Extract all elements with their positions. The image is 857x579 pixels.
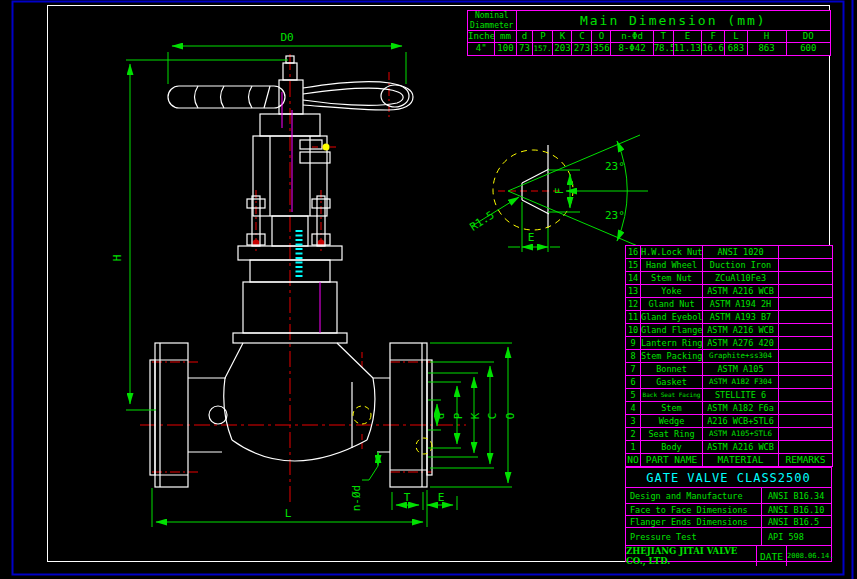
dim-value-cell: 203 bbox=[553, 43, 572, 56]
dim-label-d: d bbox=[434, 413, 447, 420]
gland-bolts bbox=[247, 196, 330, 246]
company-name: ZHEJIANG JITAI VALVE CO., LTD. bbox=[626, 546, 756, 566]
part-name: Stem Nut bbox=[641, 272, 703, 285]
part-name: Stem Packing bbox=[641, 350, 703, 363]
dim-value-cell: 73 bbox=[516, 43, 533, 56]
dim-col-header: DO bbox=[786, 31, 830, 43]
part-name: Yoke bbox=[641, 285, 703, 298]
date-value: 2008.06.14. bbox=[786, 546, 833, 566]
parts-row: 4StemASTM A182 F6a bbox=[626, 402, 833, 415]
parts-row: 11Gland EyeboltASTM A193 B7 bbox=[626, 311, 833, 324]
part-name: Body bbox=[641, 441, 703, 454]
parts-row: 9Lantern RingASTM A276 420 bbox=[626, 337, 833, 350]
seat-detail-lines bbox=[522, 145, 549, 228]
parts-row: 10Gland FlangeASTM A216 WCB bbox=[626, 324, 833, 337]
dimensions bbox=[126, 46, 648, 527]
part-no: 14 bbox=[626, 272, 641, 285]
part-name: Stem bbox=[641, 402, 703, 415]
dim-label-p: P bbox=[452, 412, 465, 419]
parts-header-row: NOPART NAMEMATERIALREMARKS bbox=[626, 454, 833, 467]
dim-label-l: L bbox=[285, 507, 292, 520]
part-remarks bbox=[779, 441, 833, 454]
part-name: Hand Wheel bbox=[641, 259, 703, 272]
parts-row: 5Back Seat FacingSTELLITE 6 bbox=[626, 389, 833, 402]
part-name: Gland Nut bbox=[641, 298, 703, 311]
part-no: 7 bbox=[626, 363, 641, 376]
part-no: 8 bbox=[626, 350, 641, 363]
dim-value-cell: 100 bbox=[495, 43, 516, 56]
part-remarks bbox=[779, 285, 833, 298]
dim-value-cell: 356 bbox=[592, 43, 611, 56]
part-remarks-header: REMARKS bbox=[779, 454, 833, 467]
part-material: Graphite+ss304 bbox=[703, 350, 779, 363]
part-no: 12 bbox=[626, 298, 641, 311]
main-dimension-table: Nominal Diammeter Main Dimension (mm) In… bbox=[467, 10, 831, 56]
spec-row: Flanger Ends DimensionsANSI B16.5 bbox=[626, 516, 831, 528]
date-label: DATE bbox=[756, 546, 786, 566]
spec-value: ANSI B16.5 bbox=[761, 516, 831, 527]
spec-row: Face to Face DimensionsANSI B16.10 bbox=[626, 504, 831, 516]
part-no: 4 bbox=[626, 402, 641, 415]
parts-row: 14Stem NutZCuAl10Fe3 bbox=[626, 272, 833, 285]
part-no: 15 bbox=[626, 259, 641, 272]
part-name: Back Seat Facing bbox=[641, 389, 703, 402]
parts-table-body: 16H.W.Lock NutANSI 102015Hand WheelDucti… bbox=[626, 246, 833, 467]
dim-value-cell: 78.5 bbox=[653, 43, 673, 56]
dim-label-e: E bbox=[438, 491, 445, 504]
spec-value: ANSI B16.10 bbox=[761, 504, 831, 515]
part-remarks bbox=[779, 428, 833, 441]
part-material: ASTM A182 F304 bbox=[703, 376, 779, 389]
part-material: STELLITE 6 bbox=[703, 389, 779, 402]
part-no-header: NO bbox=[626, 454, 641, 467]
parts-row: 1BodyASTM A216 WCB bbox=[626, 441, 833, 454]
dim-value-cell: 157.18 bbox=[533, 43, 553, 56]
dim-label-angle-top: 23° bbox=[605, 160, 625, 173]
part-name: Gland Eyebolt bbox=[641, 311, 703, 324]
part-no: 3 bbox=[626, 415, 641, 428]
dim-col-header: mm bbox=[495, 31, 516, 43]
dim-label-k: K bbox=[469, 412, 482, 419]
part-material: ASTM A105+STL6 bbox=[703, 428, 779, 441]
parts-row: 8Stem PackingGraphite+ss304 bbox=[626, 350, 833, 363]
part-material: ASTM A276 420 bbox=[703, 337, 779, 350]
parts-row: 15Hand WheelDuction Iron bbox=[626, 259, 833, 272]
dim-label-o: O bbox=[504, 413, 517, 420]
main-dimension-title: Main Dimension (mm) bbox=[516, 11, 830, 31]
part-no: 1 bbox=[626, 441, 641, 454]
parts-table: 16H.W.Lock NutANSI 102015Hand WheelDucti… bbox=[625, 245, 833, 467]
parts-row: 7BonnetASTM A105 bbox=[626, 363, 833, 376]
part-remarks bbox=[779, 389, 833, 402]
part-name: H.W.Lock Nut bbox=[641, 246, 703, 259]
part-remarks bbox=[779, 311, 833, 324]
cad-sheet: D0 H L T E d P K C O n-Ød 23° 23° R1.5 E… bbox=[0, 0, 857, 579]
spec-row: Pressure TestAPI 598 bbox=[626, 528, 831, 546]
body-section bbox=[150, 343, 432, 487]
dim-col-header: O bbox=[592, 31, 611, 43]
drawing-title: GATE VALVE CLASS2500 bbox=[626, 468, 831, 488]
part-material: ASTM A105 bbox=[703, 363, 779, 376]
part-name: Bonnet bbox=[641, 363, 703, 376]
part-no: 6 bbox=[626, 376, 641, 389]
parts-row: 6GasketASTM A182 F304 bbox=[626, 376, 833, 389]
part-remarks bbox=[779, 324, 833, 337]
part-name: Gland Flange bbox=[641, 324, 703, 337]
valve-body-linework bbox=[150, 56, 549, 487]
parts-row: 2Seat RingASTM A105+STL6 bbox=[626, 428, 833, 441]
dim-label-t: T bbox=[404, 491, 411, 504]
dim-value-cell: 683 bbox=[725, 43, 747, 56]
part-remarks bbox=[779, 259, 833, 272]
dim-label-detail-f: F bbox=[553, 188, 566, 195]
dim-label-h: H bbox=[111, 255, 124, 262]
part-material-header: MATERIAL bbox=[703, 454, 779, 467]
part-no: 10 bbox=[626, 324, 641, 337]
part-remarks bbox=[779, 402, 833, 415]
dim-label-c: C bbox=[486, 413, 499, 420]
dim-col-header: L bbox=[725, 31, 747, 43]
spec-label: Face to Face Dimensions bbox=[626, 505, 761, 515]
part-material: A216 WCB+STL6 bbox=[703, 415, 779, 428]
part-remarks bbox=[779, 376, 833, 389]
dim-col-header: n-Φd bbox=[611, 31, 653, 43]
part-remarks bbox=[779, 298, 833, 311]
dim-label-d0: D0 bbox=[280, 31, 293, 44]
part-name-header: PART NAME bbox=[641, 454, 703, 467]
